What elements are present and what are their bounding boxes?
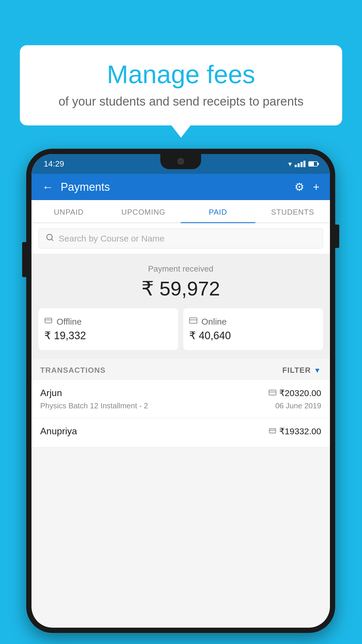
search-icon bbox=[46, 233, 54, 244]
page-title: Payments bbox=[61, 181, 294, 193]
online-card-header: Online bbox=[189, 316, 317, 327]
wifi-icon: ▾ bbox=[288, 160, 292, 168]
svg-rect-4 bbox=[189, 318, 197, 323]
signal-icon bbox=[295, 161, 305, 167]
back-button[interactable]: ← bbox=[42, 181, 54, 194]
phone-frame: 14:29 ▾ bbox=[26, 149, 335, 633]
payment-received-label: Payment received bbox=[38, 264, 323, 274]
settings-icon[interactable]: ⚙ bbox=[294, 181, 304, 193]
svg-rect-2 bbox=[45, 318, 52, 323]
notch bbox=[160, 154, 201, 169]
svg-line-1 bbox=[51, 239, 53, 240]
notch-camera bbox=[178, 158, 184, 164]
online-icon bbox=[189, 316, 197, 327]
transaction-top: Anupriya ₹19332.00 bbox=[40, 426, 321, 437]
tab-upcoming[interactable]: UPCOMING bbox=[106, 200, 181, 223]
payment-cards: Offline ₹ 19,332 bbox=[38, 308, 323, 350]
speech-bubble: Manage fees of your students and send re… bbox=[20, 45, 342, 125]
payment-total-amount: ₹ 59,972 bbox=[38, 277, 323, 300]
transaction-row[interactable]: Anupriya ₹19332.00 bbox=[31, 418, 330, 447]
filter-icon: ▼ bbox=[314, 366, 321, 374]
speech-bubble-container: Manage fees of your students and send re… bbox=[20, 45, 342, 125]
svg-rect-6 bbox=[269, 390, 276, 395]
transaction-course: Physics Batch 12 Installment - 2 bbox=[40, 401, 148, 410]
phone-container: 14:29 ▾ bbox=[26, 149, 335, 633]
add-icon[interactable]: + bbox=[313, 181, 319, 193]
tabs-bar: UNPAID UPCOMING PAID STUDENTS bbox=[31, 200, 330, 223]
tab-paid[interactable]: PAID bbox=[181, 200, 255, 223]
online-amount: ₹ 40,640 bbox=[189, 330, 317, 342]
offline-amount: ₹ 19,332 bbox=[44, 330, 172, 342]
offline-label: Offline bbox=[57, 317, 82, 327]
transaction-name: Anupriya bbox=[40, 426, 77, 437]
status-bar: 14:29 ▾ bbox=[31, 154, 330, 174]
filter-button[interactable]: FILTER ▼ bbox=[282, 366, 321, 375]
offline-icon bbox=[44, 316, 52, 327]
bubble-title: Manage fees bbox=[37, 60, 325, 89]
transaction-amount: ₹19332.00 bbox=[279, 426, 321, 436]
online-card: Online ₹ 40,640 bbox=[183, 308, 323, 350]
search-placeholder: Search by Course or Name bbox=[59, 234, 165, 244]
offline-card: Offline ₹ 19,332 bbox=[38, 308, 178, 350]
transactions-header: TRANSACTIONS FILTER ▼ bbox=[31, 359, 330, 380]
bubble-subtitle: of your students and send receipts to pa… bbox=[37, 94, 325, 108]
transaction-amount: ₹20320.00 bbox=[279, 388, 321, 398]
app-header: ← Payments ⚙ + bbox=[31, 174, 330, 200]
transaction-amount-row: ₹19332.00 bbox=[269, 426, 321, 436]
svg-rect-8 bbox=[269, 428, 276, 433]
online-label: Online bbox=[201, 317, 227, 327]
filter-label: FILTER bbox=[282, 366, 311, 375]
header-icons: ⚙ + bbox=[294, 181, 319, 193]
status-time: 14:29 bbox=[44, 159, 64, 169]
tab-unpaid[interactable]: UNPAID bbox=[31, 200, 106, 223]
online-pay-icon bbox=[269, 389, 276, 398]
transactions-label: TRANSACTIONS bbox=[40, 366, 106, 375]
transaction-bottom: Physics Batch 12 Installment - 2 06 June… bbox=[40, 401, 321, 410]
transaction-amount-row: ₹20320.00 bbox=[269, 388, 321, 398]
transaction-top: Arjun ₹20320.00 bbox=[40, 388, 321, 398]
search-bar[interactable]: Search by Course or Name bbox=[38, 228, 323, 249]
battery-icon bbox=[308, 161, 318, 167]
transaction-name: Arjun bbox=[40, 388, 62, 398]
phone-screen: 14:29 ▾ bbox=[31, 154, 330, 628]
tab-students[interactable]: STUDENTS bbox=[255, 200, 330, 223]
search-container: Search by Course or Name bbox=[31, 223, 330, 254]
offline-card-header: Offline bbox=[44, 316, 172, 327]
offline-pay-icon bbox=[269, 427, 276, 436]
transaction-date: 06 June 2019 bbox=[275, 401, 321, 410]
status-icons: ▾ bbox=[288, 160, 318, 168]
payment-summary: Payment received ₹ 59,972 Offlin bbox=[31, 254, 330, 359]
transaction-row[interactable]: Arjun ₹20320.00 Physics Batch 12 Install… bbox=[31, 380, 330, 418]
